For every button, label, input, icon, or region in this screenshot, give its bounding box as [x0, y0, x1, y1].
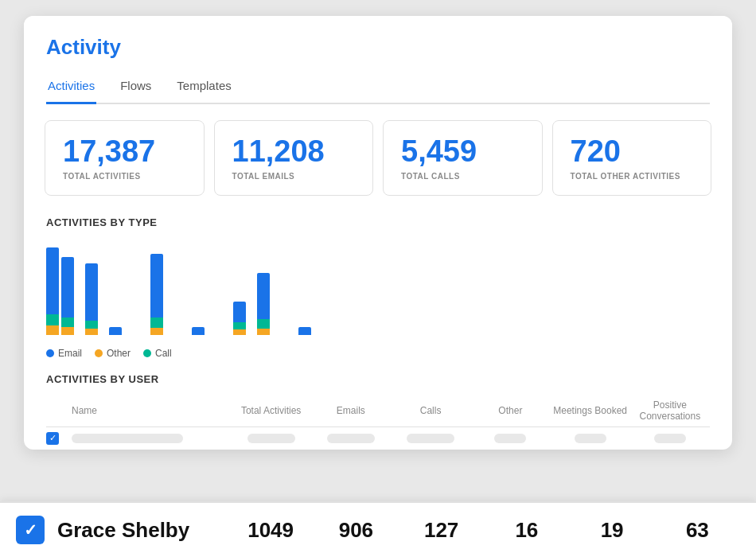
stat-card-calls: 5,459 TOTAL CALLS — [383, 120, 543, 196]
featured-user-row: ✓ Grace Shelby 1049 906 127 16 19 63 — [0, 501, 756, 557]
bar-email-1b — [61, 257, 74, 335]
header: Activity Activities Flows Templates — [24, 16, 732, 104]
skeleton-calls-1 — [407, 434, 454, 443]
col-header-meetings: Meetings Booked — [551, 405, 630, 416]
tab-activities[interactable]: Activities — [46, 72, 96, 104]
tab-bar: Activities Flows Templates — [46, 72, 710, 104]
col-header-other: Other — [470, 405, 550, 416]
col-header-name: Name — [72, 405, 232, 416]
skeleton-positive-1 — [654, 434, 686, 443]
stat-label-calls: TOTAL CALLS — [401, 172, 524, 181]
stat-number-calls: 5,459 — [401, 135, 524, 169]
bar-email-7 — [257, 273, 270, 335]
legend-other: Other — [95, 348, 131, 359]
stat-label-activities: TOTAL ACTIVITIES — [63, 172, 186, 181]
featured-checkbox[interactable]: ✓ — [16, 516, 45, 544]
featured-emails: 906 — [314, 518, 399, 543]
bar-group-3 — [109, 327, 122, 335]
featured-meetings: 19 — [570, 518, 655, 543]
legend-label-other: Other — [107, 348, 131, 359]
bar-group-6 — [233, 302, 246, 335]
stat-number-activities: 17,387 — [63, 135, 186, 169]
chart-legend: Email Other Call — [46, 348, 710, 362]
table-section: ACTIVITIES BY USER Name Total Activities… — [24, 368, 732, 450]
featured-total-activities: 1049 — [228, 518, 314, 543]
bar-group-2 — [85, 263, 98, 335]
legend-call: Call — [143, 348, 172, 359]
legend-dot-email — [46, 349, 54, 357]
chart-title: ACTIVITIES BY TYPE — [46, 216, 710, 228]
chart-section: ACTIVITIES BY TYPE — [24, 208, 732, 368]
bar-email-6 — [233, 302, 246, 335]
legend-email: Email — [46, 348, 82, 359]
col-header-total: Total Activities — [232, 405, 311, 416]
bar-email-2 — [85, 263, 98, 335]
stat-number-other: 720 — [571, 135, 694, 169]
skeleton-meetings-1 — [575, 434, 606, 443]
col-header-calls: Calls — [391, 405, 470, 416]
skeleton-total-1 — [247, 434, 295, 443]
col-header-positive: Positive Conversations — [630, 399, 710, 422]
table-row-skeleton-1: ✓ — [46, 427, 710, 450]
stat-label-other: TOTAL OTHER ACTIVITIES — [571, 172, 694, 181]
legend-dot-call — [143, 349, 151, 357]
featured-positive-conversations: 63 — [655, 518, 740, 543]
stats-row: 17,387 TOTAL ACTIVITIES 11,208 TOTAL EMA… — [24, 104, 732, 208]
skeleton-other-1 — [494, 434, 526, 443]
checkbox-checked-1[interactable]: ✓ — [46, 432, 59, 445]
bar-email-8 — [298, 327, 311, 335]
bar-group-7 — [257, 273, 270, 335]
stat-number-emails: 11,208 — [232, 135, 356, 169]
bar-group-5 — [192, 327, 205, 335]
bar-chart — [46, 238, 710, 341]
row-checkbox-1[interactable]: ✓ — [46, 432, 65, 445]
skeleton-name-1 — [72, 434, 183, 443]
featured-calls: 127 — [399, 518, 484, 543]
bar-email-5 — [192, 327, 205, 335]
tab-flows[interactable]: Flows — [119, 72, 153, 104]
col-header-emails: Emails — [311, 405, 391, 416]
stat-card-activities: 17,387 TOTAL ACTIVITIES — [45, 120, 205, 196]
bar-group-1 — [46, 247, 74, 335]
featured-other: 16 — [484, 518, 569, 543]
table-header: Name Total Activities Emails Calls Other… — [46, 395, 710, 427]
stat-label-emails: TOTAL EMAILS — [232, 172, 356, 181]
skeleton-emails-1 — [327, 434, 375, 443]
bar-group-4 — [150, 254, 163, 335]
legend-dot-other — [95, 349, 103, 357]
bar-email-1 — [46, 247, 59, 335]
tab-templates[interactable]: Templates — [175, 72, 232, 104]
legend-label-call: Call — [155, 348, 172, 359]
legend-label-email: Email — [58, 348, 82, 359]
page-title: Activity — [46, 35, 710, 60]
bar-group-8 — [298, 327, 311, 335]
stat-card-emails: 11,208 TOTAL EMAILS — [214, 120, 374, 196]
bar-email-3 — [109, 327, 122, 335]
bar-email-4 — [150, 254, 163, 335]
stat-card-other: 720 TOTAL OTHER ACTIVITIES — [552, 120, 712, 196]
table-title: ACTIVITIES BY USER — [46, 373, 710, 385]
featured-user-name: Grace Shelby — [57, 518, 228, 543]
